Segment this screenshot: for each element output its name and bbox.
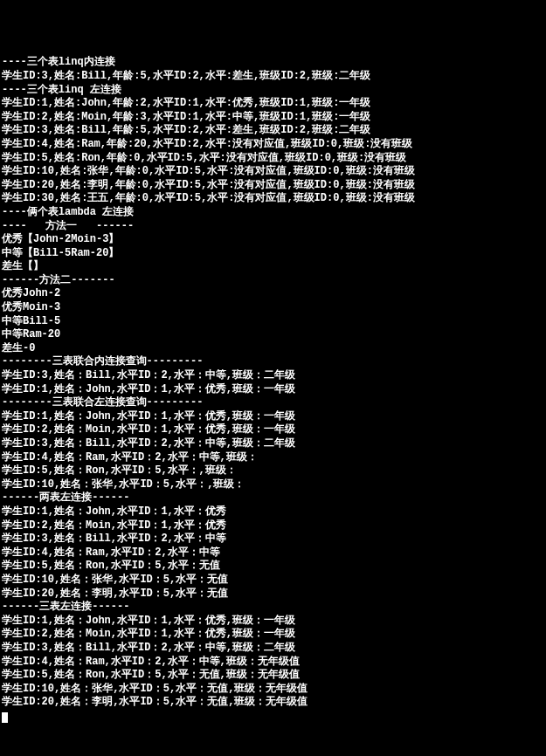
output-line: 学生ID:4,姓名:Ram,年龄:20,水平ID:2,水平:没有对应值,班级ID… [2,138,544,152]
terminal-output: ----三个表linq内连接学生ID:3,姓名:Bill,年龄:5,水平ID:2… [2,56,544,723]
output-line: ------方法二------- [2,274,544,288]
output-line: --------三表联合左连接查询--------- [2,396,544,410]
output-line: 差生-0 [2,342,544,356]
output-line: 学生ID:20,姓名:李明,年龄:0,水平ID:5,水平:没有对应值,班级ID:… [2,179,544,193]
output-line: 学生ID:2,姓名：Moin,水平ID：1,水平：优秀,班级：一年级 [2,628,544,642]
output-line: 学生ID:4,姓名：Ram,水平ID：2,水平：中等,班级： [2,451,544,465]
output-line: 学生ID:3,姓名：Bill,水平ID：2,水平：中等 [2,533,544,546]
output-line: 学生ID:4,姓名：Ram,水平ID：2,水平：中等 [2,546,544,560]
output-line: 学生ID:5,姓名：Ron,水平ID：5,水平：无值,班级：无年级值 [2,669,544,683]
output-line: 学生ID:1,姓名：John,水平ID：1,水平：优秀,班级：一年级 [2,410,544,424]
output-line: 学生ID:2,姓名：Moin,水平ID：1,水平：优秀 [2,519,544,533]
output-line: 学生ID:1,姓名：John,水平ID：1,水平：优秀,班级：一年级 [2,383,544,397]
output-line: 学生ID:1,姓名:John,年龄:2,水平ID:1,水平:优秀,班级ID:1,… [2,97,544,111]
output-line: 优秀Moin-3 [2,301,544,315]
output-line: 学生ID:3,姓名:Bill,年龄:5,水平ID:2,水平:差生,班级ID:2,… [2,70,544,84]
output-line: 学生ID:2,姓名：Moin,水平ID：1,水平：优秀,班级：一年级 [2,423,544,437]
output-line: 学生ID:1,姓名：John,水平ID：1,水平：优秀,班级：一年级 [2,615,544,629]
output-line: 学生ID:5,姓名：Ron,水平ID：5,水平：,班级： [2,464,544,478]
output-line: ----三个表linq内连接 [2,56,544,70]
output-line: 中等【Bill-5Ram-20】 [2,247,544,261]
output-line: 学生ID:10,姓名：张华,水平ID：5,水平：无值 [2,574,544,588]
output-line: 学生ID:5,姓名：Ron,水平ID：5,水平：无值 [2,560,544,574]
output-line: 学生ID:20,姓名：李明,水平ID：5,水平：无值,班级：无年级值 [2,696,544,710]
output-line: 学生ID:3,姓名:Bill,年龄:5,水平ID:2,水平:差生,班级ID:2,… [2,124,544,138]
output-line: 学生ID:20,姓名：李明,水平ID：5,水平：无值 [2,588,544,601]
output-line: 学生ID:4,姓名：Ram,水平ID：2,水平：中等,班级：无年级值 [2,656,544,670]
output-line: 优秀John-2 [2,287,544,301]
output-line: 学生ID:10,姓名:张华,年龄:0,水平ID:5,水平:没有对应值,班级ID:… [2,165,544,179]
output-line: ------两表左连接------ [2,491,544,505]
output-line: 学生ID:3,姓名：Bill,水平ID：2,水平：中等,班级：二年级 [2,642,544,656]
output-line: 学生ID:5,姓名:Ron,年龄:0,水平ID:5,水平:没有对应值,班级ID:… [2,152,544,166]
output-line: 学生ID:1,姓名：John,水平ID：1,水平：优秀 [2,505,544,519]
cursor [2,712,8,723]
cursor-line [2,710,544,724]
output-line: 学生ID:10,姓名：张华,水平ID：5,水平：无值,班级：无年级值 [2,683,544,697]
output-line: 学生ID:10,姓名：张华,水平ID：5,水平：,班级： [2,478,544,492]
output-line: --------三表联合内连接查询--------- [2,355,544,369]
output-line: 中等Ram-20 [2,328,544,342]
output-line: ------三表左连接------ [2,601,544,615]
output-line: ----三个表linq 左连接 [2,84,544,98]
output-line: 学生ID:3,姓名：Bill,水平ID：2,水平：中等,班级：二年级 [2,369,544,383]
output-line: 优秀【John-2Moin-3】 [2,233,544,247]
output-line: ----俩个表lambda 左连接 [2,206,544,220]
output-line: 差生【】 [2,260,544,274]
output-line: 学生ID:30,姓名:王五,年龄:0,水平ID:5,水平:没有对应值,班级ID:… [2,192,544,206]
output-line: 学生ID:2,姓名:Moin,年龄:3,水平ID:1,水平:中等,班级ID:1,… [2,111,544,125]
output-line: 中等Bill-5 [2,315,544,329]
output-line: 学生ID:3,姓名：Bill,水平ID：2,水平：中等,班级：二年级 [2,437,544,451]
output-line: ---- 方法一 ------ [2,220,544,234]
